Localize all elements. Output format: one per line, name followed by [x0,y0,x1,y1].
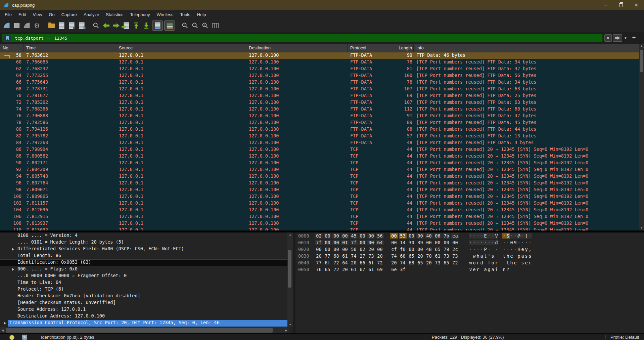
packet-row[interactable]: 767.790888127.0.0.1127.0.0.100FTP-DATA91… [0,113,639,120]
detail-scrollbar[interactable]: ▲ ▼ [287,232,293,327]
scroll-down-icon[interactable]: ▼ [639,226,644,230]
scroll-right-icon[interactable]: ▶ [283,327,289,333]
column-header-protocol[interactable]: Protocol [348,44,386,52]
detail-line[interactable]: Header Checksum: 0x7bea [validation disa… [0,293,287,300]
packet-row[interactable]: 1087.813937127.0.0.1127.0.0.100TCP44[TCP… [0,220,639,227]
packet-row[interactable]: 807.794126127.0.0.1127.0.0.100FTP-DATA88… [0,126,639,133]
packet-row[interactable]: 607.766085127.0.0.1127.0.0.100FTP-DATA78… [0,59,639,66]
packet-row[interactable]: 887.800582127.0.0.1127.0.0.100TCP44[TCP … [0,153,639,160]
open-file-button[interactable] [46,20,56,31]
close-button[interactable]: ✕ [629,0,644,10]
detail-line[interactable]: Transmission Control Protocol, Src Port:… [0,320,287,327]
packet-row[interactable]: 947.805748127.0.0.1127.0.0.100TCP44[TCP … [0,173,639,180]
packet-row[interactable]: 727.785302127.0.0.1127.0.0.100FTP-DATA10… [0,99,639,106]
detail-line[interactable]: Identification: 0x0053 (83) [0,259,287,266]
start-capture-button[interactable] [2,20,12,31]
packet-row[interactable]: 907.802171127.0.0.1127.0.0.100TCP44[TCP … [0,160,639,167]
menu-telephony[interactable]: Telephony [127,10,153,19]
go-to-packet-button[interactable] [121,20,131,31]
filter-clear-button[interactable]: ✕ [604,34,612,42]
go-forward-button[interactable] [111,20,121,31]
detail-line[interactable]: Destination Address: 127.0.0.100 [0,313,287,320]
scroll-left-icon[interactable]: ◀ [0,327,5,333]
expert-info-icon[interactable] [9,335,14,340]
menu-capture[interactable]: Capture [58,10,80,19]
filter-dropdown-caret[interactable]: ▼ [623,34,628,42]
column-header-destination[interactable]: Destination [246,44,348,52]
zoom-100-button[interactable]: 1 [200,20,210,31]
menu-view[interactable]: View [29,10,45,19]
close-file-button[interactable]: ✕ [66,20,77,31]
hex-row[interactable]: 005076657220616761696e3fver again? [295,267,644,273]
packet-list-scrollbar[interactable]: ▲ ▼ [639,44,644,230]
packet-row[interactable]: 1047.812096127.0.0.1127.0.0.100TCP44[TCP… [0,207,639,214]
packet-row[interactable]: 667.775643127.0.0.1127.0.0.100FTP-DATA78… [0,79,639,86]
detail-line[interactable]: [Header checksum status: Unverified] [0,300,287,306]
menu-go[interactable]: Go [45,10,58,19]
packet-row[interactable]: 1007.809866127.0.0.1127.0.0.100TCP44[TCP… [0,194,639,200]
menu-file[interactable]: File [1,10,15,19]
packet-row[interactable]: 647.773255127.0.0.1127.0.0.100FTP-DATA10… [0,73,639,79]
packet-row[interactable]: 927.804209127.0.0.1127.0.0.100TCP44[TCP … [0,167,639,173]
packet-row[interactable]: 827.795782127.0.0.1127.0.0.100FTP-DATA57… [0,133,639,140]
status-profile[interactable]: Profile: Default [610,335,639,340]
column-header-info[interactable]: Info [414,44,639,52]
packet-row[interactable]: 967.807764127.0.0.1127.0.0.100TCP44[TCP … [0,180,639,187]
resize-columns-button[interactable] [210,20,220,31]
packet-row[interactable]: 1027.811157127.0.0.1127.0.0.100TCP44[TCP… [0,200,639,207]
packet-row[interactable]: 707.781677127.0.0.1127.0.0.100FTP-DATA69… [0,93,639,99]
minimize-button[interactable] [598,0,613,10]
packet-row[interactable]: 587.763612127.0.0.1127.0.0.100FTP-DATA90… [0,52,639,59]
restart-capture-button[interactable]: ↻ [22,20,32,31]
detail-hscrollbar[interactable]: ◀ ▶ [0,327,289,333]
reload-file-button[interactable]: ↻ [77,20,87,31]
colorize-button[interactable] [164,20,175,31]
menu-edit[interactable]: Edit [15,10,29,19]
column-header-length[interactable]: Length [386,44,414,52]
packet-list-scroll-thumb[interactable] [640,50,643,72]
detail-scroll-thumb[interactable] [288,250,291,288]
menu-help[interactable]: Help [194,10,210,19]
packet-row[interactable]: 1067.812915127.0.0.1127.0.0.100TCP44[TCP… [0,214,639,220]
scroll-down-icon[interactable]: ▼ [287,323,293,327]
scroll-up-icon[interactable]: ▲ [287,232,293,237]
menu-statistics[interactable]: Statistics [102,10,127,19]
hex-row[interactable]: 003020776861742773207468652070617373 wha… [295,253,644,260]
detail-line[interactable]: .... 0101 = Header Length: 20 bytes (5) [0,239,287,246]
filter-apply-button[interactable] [613,34,622,42]
detail-line[interactable]: ...0 0000 0000 0000 = Fragment Offset: 0 [0,273,287,280]
menu-analyze[interactable]: Analyze [80,10,102,19]
auto-scroll-button[interactable] [152,20,163,31]
packet-row[interactable]: 687.778731127.0.0.1127.0.0.100FTP-DATA10… [0,86,639,93]
packet-row[interactable]: 747.788366127.0.0.1127.0.0.100FTP-DATA11… [0,106,639,113]
hex-row[interactable]: 00107f0000017f0000640014303900000000····… [295,240,644,247]
find-packet-button[interactable] [91,20,101,31]
detail-line[interactable]: Source Address: 127.0.0.1 [0,306,287,313]
detail-hscroll-thumb[interactable] [6,328,273,333]
display-filter-field[interactable] [2,34,603,42]
detail-line[interactable]: Time to Live: 64 [0,280,287,286]
menu-wireless[interactable]: Wireless [153,10,177,19]
detail-line[interactable]: 0100 .... = Version: 4 [0,232,287,239]
save-file-button[interactable] [56,20,66,31]
scroll-up-icon[interactable]: ▲ [639,44,644,48]
packet-row[interactable]: 987.809071127.0.0.1127.0.0.100TCP44[TCP … [0,187,639,194]
hex-row[interactable]: 0040776f726420666f722074686520736572word… [295,260,644,267]
zoom-out-button[interactable]: − [190,20,200,31]
zoom-in-button[interactable]: + [180,20,190,31]
detail-line[interactable]: Differentiated Services Field: 0x00 (DSC… [0,246,287,253]
menu-tools[interactable]: Tools [177,10,193,19]
display-filter-input[interactable] [14,35,553,41]
go-back-button[interactable] [101,20,111,31]
expand-arrow-icon[interactable] [4,322,6,325]
packet-row[interactable]: 787.792586127.0.0.1127.0.0.100FTP-DATA89… [0,120,639,126]
filter-bookmark-icon[interactable] [3,35,11,41]
go-first-packet-button[interactable] [131,20,141,31]
stop-capture-button[interactable] [12,20,22,31]
packet-row[interactable]: 627.768232127.0.0.1127.0.0.100FTP-DATA81… [0,66,639,73]
hex-row[interactable]: 000002000000450000560053000040067bea····… [295,233,644,240]
go-last-packet-button[interactable] [141,20,151,31]
detail-line[interactable]: Protocol: TCP (6) [0,286,287,293]
packet-row[interactable]: 867.798904127.0.0.1127.0.0.100TCP44[TCP … [0,146,639,153]
expand-arrow-icon[interactable] [12,248,14,251]
